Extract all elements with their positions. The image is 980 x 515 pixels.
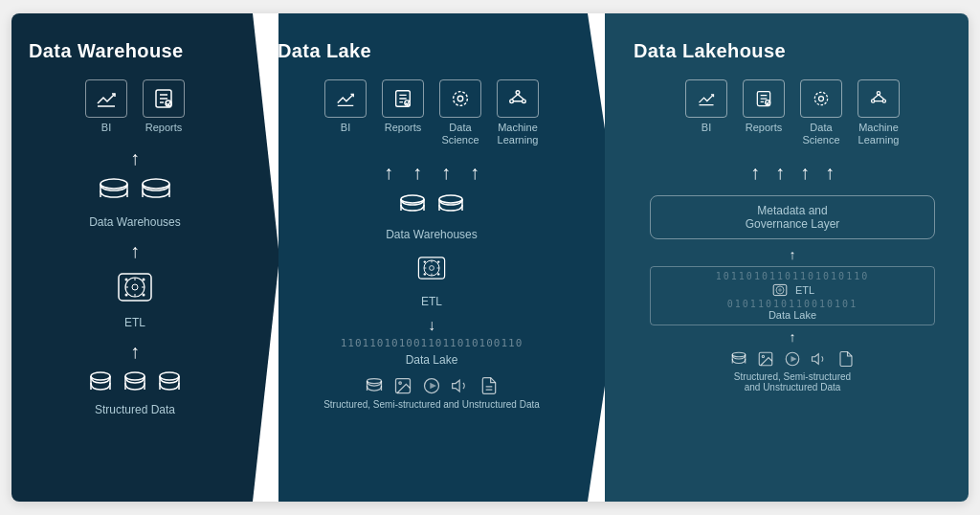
svg-point-88 xyxy=(776,286,784,294)
lh-ml-item: MachineLearning xyxy=(858,79,900,146)
lh-ds-item: DataScience xyxy=(800,79,842,146)
panel-warehouse: Data Warehouse BI xyxy=(11,13,279,502)
svg-point-20 xyxy=(143,279,145,281)
lh-up-arrow: ↑ xyxy=(790,329,796,345)
lakehouse-title: Data Lakehouse xyxy=(634,40,786,62)
svg-point-59 xyxy=(424,261,426,263)
lake-arrow2: ↑ xyxy=(412,162,422,184)
svg-point-40 xyxy=(516,91,520,95)
warehouse-title: Data Warehouse xyxy=(29,40,184,62)
svg-line-84 xyxy=(873,95,879,100)
document-icon xyxy=(479,376,499,395)
svg-point-80 xyxy=(814,92,827,104)
svg-point-62 xyxy=(437,274,439,276)
svg-point-19 xyxy=(125,279,128,281)
svg-point-22 xyxy=(143,294,145,297)
lh-arrow2: ↑ xyxy=(775,162,785,184)
svg-point-21 xyxy=(125,294,128,297)
svg-point-39 xyxy=(454,92,468,106)
svg-point-63 xyxy=(368,379,382,384)
lake-arrow1: ↑ xyxy=(384,162,393,184)
lh-arrow3: ↑ xyxy=(800,162,810,184)
svg-point-61 xyxy=(424,274,426,276)
lake-arrow4: ↑ xyxy=(470,162,479,184)
lake-bi-item: BI xyxy=(324,79,367,146)
svg-point-83 xyxy=(882,100,885,102)
svg-point-23 xyxy=(91,372,110,380)
reports-icon-item: Reports xyxy=(143,79,185,134)
lakehouse-icons-row: BI Reports xyxy=(685,79,900,146)
lh-reports-label: Reports xyxy=(746,122,783,134)
metadata-box: Metadata andGovernance Layer xyxy=(650,195,936,239)
etl-icon xyxy=(111,266,159,312)
svg-point-26 xyxy=(125,372,145,380)
lh-ml-icon xyxy=(858,79,900,118)
svg-marker-69 xyxy=(430,383,436,390)
svg-point-89 xyxy=(779,289,781,291)
svg-marker-97 xyxy=(813,354,819,365)
audio-icon xyxy=(451,376,470,395)
video-icon xyxy=(422,376,441,395)
svg-point-6 xyxy=(100,179,127,189)
lake-bi-icon xyxy=(324,79,367,118)
svg-point-81 xyxy=(877,92,880,95)
lake-etl-icon xyxy=(412,251,451,289)
svg-point-54 xyxy=(430,266,434,271)
lake-unstructured-icons xyxy=(365,376,499,395)
lake-icons-row: BI Reports xyxy=(324,79,539,146)
lh-datalake-box: 10110101101101010110 ETL 010110101100101… xyxy=(650,266,936,325)
warehouse-icons-row: BI Reports xyxy=(85,79,185,134)
svg-point-14 xyxy=(132,284,138,290)
lake-datascience-item: DataScience xyxy=(439,79,481,146)
lake-arrow3: ↑ xyxy=(441,162,451,184)
warehouse-db-label: Data Warehouses xyxy=(89,215,181,229)
lake-wave: 1101101010011011010100110 xyxy=(278,337,586,349)
lake-datalake-label: Data Lake xyxy=(406,353,458,367)
svg-point-41 xyxy=(510,100,514,103)
bi-icon xyxy=(85,79,127,118)
lake-down-arrow: ↓ xyxy=(428,317,435,334)
bi-label: BI xyxy=(101,122,111,134)
metadata-label: Metadata andGovernance Layer xyxy=(746,204,840,231)
lake-etl-label: ETL xyxy=(421,295,442,308)
lake-datascience-icon xyxy=(439,79,481,118)
lh-ds-label: DataScience xyxy=(802,122,839,146)
lake-warehouse-label: Data Warehouses xyxy=(386,228,478,241)
lake-reports-label: Reports xyxy=(385,122,422,134)
lh-bi-item: BI xyxy=(685,79,727,146)
reports-icon xyxy=(143,79,185,118)
lh-reports-icon xyxy=(743,79,785,118)
source-label: Structured Data xyxy=(95,403,175,416)
lh-bi-icon xyxy=(685,79,727,118)
lh-binary2: 01011010110010101 xyxy=(658,299,927,309)
svg-point-94 xyxy=(762,356,764,358)
lake-source-label: Structured, Semi-structured and Unstruct… xyxy=(323,399,540,410)
lh-bi-label: BI xyxy=(702,122,711,134)
svg-point-29 xyxy=(160,372,179,380)
lh-down-arrow: ↑ xyxy=(790,247,796,262)
arrow-2: ↑ xyxy=(130,240,140,262)
svg-point-38 xyxy=(457,96,463,101)
lh-datalake-label: Data Lake xyxy=(658,309,927,321)
lh-arrow1: ↑ xyxy=(750,162,760,184)
lake-datascience-label: DataScience xyxy=(441,122,479,146)
etl-label: ETL xyxy=(124,316,145,329)
bi-icon-item: BI xyxy=(85,79,127,134)
svg-point-49 xyxy=(439,195,462,203)
main-container: Data Warehouse BI xyxy=(11,13,969,502)
svg-marker-70 xyxy=(453,381,460,392)
structured-icon xyxy=(365,376,384,395)
arrow-1: ↑ xyxy=(130,147,140,169)
lh-ds-icon xyxy=(800,79,842,118)
image-icon xyxy=(393,376,412,395)
lh-binary: 10110101101101010110 xyxy=(658,271,927,281)
panel-lakehouse: Data Lakehouse BI xyxy=(605,13,969,502)
lake-reports-item: Reports xyxy=(382,79,424,146)
lh-source-label: Structured, Semi-structuredand Unstructu… xyxy=(734,371,851,392)
lake-bi-label: BI xyxy=(341,122,350,134)
svg-point-9 xyxy=(143,179,169,189)
reports-label: Reports xyxy=(145,122,183,134)
lh-ml-label: MachineLearning xyxy=(858,122,900,146)
lake-ml-label: MachineLearning xyxy=(498,122,539,146)
arrow-3: ↑ xyxy=(130,341,140,363)
